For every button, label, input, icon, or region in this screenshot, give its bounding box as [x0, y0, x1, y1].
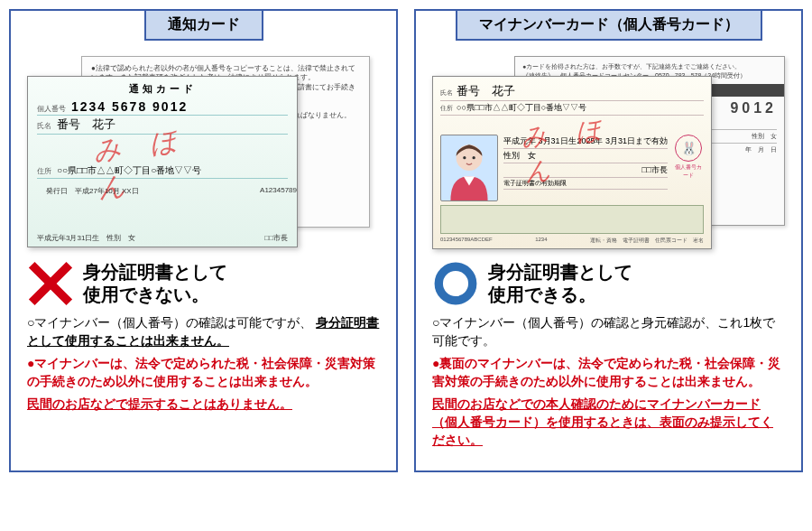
ic-chip-area: [440, 205, 704, 234]
right-p1: ○マイナンバー（個人番号）の確認と身元確認が、これ1枚で可能です。: [432, 314, 785, 349]
mynumber-card-front: 氏名番号 花子 住所○○県□□市△△町◇丁目○番地▽▽号: [432, 76, 712, 249]
left-p2: ●マイナンバーは、法令で定められた税・社会保障・災害対策の手続きのため以外に使用…: [27, 355, 380, 390]
svg-point-3: [463, 156, 466, 159]
notification-card-images: ●法律で認められた者以外の者が個人番号をコピーすることは、法律で禁止されています…: [27, 56, 380, 255]
svg-point-5: [438, 266, 472, 300]
right-p3: 民間のお店などでの本人確認のためにマイナンバーカード（個人番号カード）を使用する…: [432, 396, 785, 449]
notification-card-front: 通知カード 個人番号1234 5678 9012 氏名番号 花子 住所○○県□□…: [27, 76, 298, 247]
panel-title-left: 通知カード: [144, 9, 263, 41]
panel-notification-card: 通知カード ●法律で認められた者以外の者が個人番号をコピーすることは、法律で禁止…: [9, 9, 398, 472]
verdict-left: 身分証明書として 使用できない。: [27, 260, 380, 307]
panel-mynumber-card: マイナンバーカード（個人番号カード） ●カードを拾得された方は、お手数ですが、下…: [414, 9, 803, 472]
circle-icon: [432, 260, 479, 307]
right-p2: ●裏面のマイナンバーは、法令で定められた税・社会保障・災害対策の手続きのため以外…: [432, 355, 785, 390]
card-title: 通知カード: [37, 82, 288, 96]
portrait-icon: [440, 135, 498, 201]
panel-title-right: マイナンバーカード（個人番号カード）: [456, 9, 762, 41]
mynumber-card-images: ●カードを拾得された方は、お手数ですが、下記連絡先までご連絡ください。 《連絡先…: [432, 56, 785, 255]
left-p3: 民間のお店などで提示することはありません。: [27, 396, 380, 414]
left-p1: ○マイナンバー（個人番号）の確認は可能ですが、 身分証明書として使用することは出…: [27, 314, 380, 349]
bunny-logo-icon: 🐰 個人番号カード: [673, 135, 704, 201]
svg-point-2: [457, 144, 483, 171]
svg-point-4: [472, 156, 475, 159]
verdict-right: 身分証明書として 使用できる。: [432, 260, 785, 307]
cross-icon: [27, 260, 74, 307]
